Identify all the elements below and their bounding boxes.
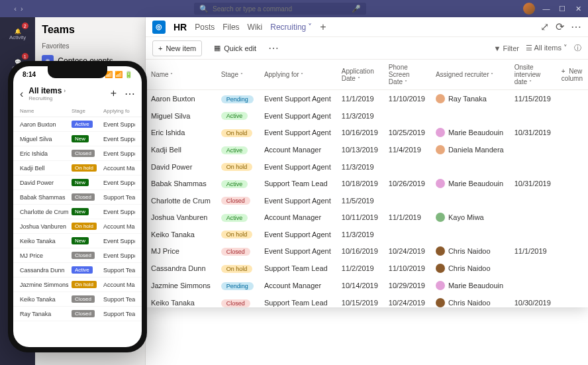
search-box[interactable]: 🔍 🎤 bbox=[194, 3, 366, 15]
table-row[interactable]: Keiko TanakaClosedSupport Team Lead10/15… bbox=[146, 294, 588, 307]
cell-applying: Account Manager bbox=[259, 141, 336, 158]
info-icon[interactable]: ⓘ bbox=[574, 43, 581, 53]
tab-files[interactable]: Files bbox=[222, 23, 239, 32]
table-row[interactable]: Eric IshidaOn holdEvent Support Agent10/… bbox=[146, 124, 588, 141]
phone-row[interactable]: David PowerNewEvent Support A bbox=[13, 176, 142, 190]
phone-row[interactable]: Miguel SilvaNewEvent Support A bbox=[13, 132, 142, 146]
cell-phone: 11/10/2019 bbox=[383, 260, 430, 277]
cell-applying: Event Support Agent bbox=[259, 226, 336, 242]
filter-button[interactable]: ▼ Filter bbox=[494, 44, 519, 52]
column-header[interactable]: Assigned recruiter ˅ bbox=[430, 60, 509, 90]
view-switcher[interactable]: ☰ All items ˅ bbox=[526, 44, 567, 52]
cell-appdate: 10/18/2019 bbox=[336, 175, 383, 192]
cell-name: Keiko Tanaka bbox=[146, 226, 216, 242]
phone-row[interactable]: Ray TanakaClosedSupport Team L bbox=[13, 307, 142, 321]
ph-name: Aaron Buxton bbox=[20, 121, 72, 128]
more-icon[interactable]: ⋯ bbox=[571, 21, 581, 33]
ph-name: Miguel Silva bbox=[20, 136, 72, 142]
cell-appdate: 11/2/2019 bbox=[336, 260, 383, 277]
cell-stage: On hold bbox=[216, 124, 259, 141]
nav-back-icon[interactable]: ‹ bbox=[14, 5, 17, 13]
phone-add-icon[interactable]: + bbox=[111, 87, 117, 100]
ph-applying: Event Support A bbox=[103, 180, 135, 186]
cell-applying: Event Support Agent bbox=[259, 124, 336, 141]
tab-posts[interactable]: Posts bbox=[195, 23, 215, 32]
rail-activity[interactable]: 🔔 Activity 2 bbox=[5, 21, 31, 48]
title-bar: ‹ › 🔍 🎤 — ☐ ✕ bbox=[0, 0, 588, 17]
phone-row[interactable]: Kadji BellOn holdAccount Manag bbox=[13, 161, 142, 176]
phone-mockup: 8:14 📶 📶 🔋 ‹ All items › Recruiting + ⋯ … bbox=[8, 61, 147, 352]
table-row[interactable]: Keiko TanakaOn holdEvent Support Agent11… bbox=[146, 226, 588, 242]
refresh-icon[interactable]: ⟳ bbox=[556, 21, 564, 33]
cell-onsite bbox=[509, 141, 556, 158]
table-row[interactable]: David PowerOn holdEvent Support Agent11/… bbox=[146, 158, 588, 175]
table-row[interactable]: Cassandra DunnOn holdSupport Team Lead11… bbox=[146, 260, 588, 277]
column-header[interactable]: Onsite interview date ˅ bbox=[509, 60, 556, 90]
new-item-button[interactable]: + New item bbox=[152, 40, 202, 56]
table-row[interactable]: Miguel SilvaActiveEvent Support Agent11/… bbox=[146, 107, 588, 124]
ph-stage: On hold bbox=[72, 281, 103, 288]
cell-recruiter: Daniela Mandera bbox=[430, 141, 509, 158]
maximize-icon[interactable]: ☐ bbox=[558, 4, 567, 13]
quick-edit-button[interactable]: ▦ Quick edit bbox=[209, 40, 262, 56]
table-row[interactable]: Joshua VanburenActiveAccount Manager10/1… bbox=[146, 209, 588, 226]
search-input[interactable] bbox=[213, 5, 348, 13]
column-header[interactable]: Stage ˅ bbox=[216, 60, 259, 90]
add-tab-icon[interactable]: + bbox=[320, 21, 326, 33]
column-header[interactable]: + New column bbox=[556, 60, 588, 90]
cell-recruiter: Kayo Miwa bbox=[430, 209, 509, 226]
cell-name: Eric Ishida bbox=[146, 124, 216, 141]
minimize-icon[interactable]: — bbox=[542, 4, 551, 13]
cell-stage: Closed bbox=[216, 294, 259, 307]
phone-row[interactable]: Joshua VanburenOn holdAccount Manag bbox=[13, 219, 142, 234]
mic-icon[interactable]: 🎤 bbox=[352, 5, 361, 13]
close-icon[interactable]: ✕ bbox=[573, 4, 583, 13]
ph-name: Jazmine Simmons bbox=[20, 282, 72, 288]
more-actions-icon[interactable]: ⋯ bbox=[268, 42, 279, 54]
cell-stage: Pending bbox=[216, 277, 259, 294]
phone-row[interactable]: Eric IshidaClosedEvent Support A bbox=[13, 146, 142, 161]
cell-stage: On hold bbox=[216, 226, 259, 242]
expand-icon[interactable]: ⤢ bbox=[540, 21, 549, 33]
ph-name: Eric Ishida bbox=[20, 150, 72, 157]
tab-wiki[interactable]: Wiki bbox=[248, 23, 263, 32]
phone-row[interactable]: Babak ShammasClosedSupport Team L bbox=[13, 190, 142, 205]
table-row[interactable]: Jazmine SimmonsPendingAccount Manager10/… bbox=[146, 277, 588, 294]
column-header[interactable]: Name ˅ bbox=[146, 60, 216, 90]
cell-applying: Support Team Lead bbox=[259, 175, 336, 192]
table-row[interactable]: MJ PriceClosedEvent Support Agent10/16/2… bbox=[146, 242, 588, 260]
column-header[interactable]: Application Date ˅ bbox=[336, 60, 383, 90]
ph-applying: Event Support A bbox=[103, 150, 135, 157]
filter-icon: ▼ bbox=[494, 44, 501, 52]
phone-row[interactable]: Jazmine SimmonsOn holdAccount Manag bbox=[13, 278, 142, 292]
table-row[interactable]: Babak ShammasActiveSupport Team Lead10/1… bbox=[146, 175, 588, 192]
phone-grid: Aaron BuxtonActiveEvent Support AMiguel … bbox=[13, 117, 142, 347]
main-content: ◎ HR Posts Files Wiki Recruiting ˅ + ⤢ ⟳… bbox=[146, 17, 588, 307]
phone-row[interactable]: Aaron BuxtonActiveEvent Support A bbox=[13, 117, 142, 132]
ph-stage: Closed bbox=[72, 150, 103, 157]
cell-recruiter: Marie Beaudouin bbox=[430, 175, 509, 192]
phone-row[interactable]: Keiko TanakaClosedSupport Team L bbox=[13, 292, 142, 307]
tab-recruiting[interactable]: Recruiting ˅ bbox=[270, 23, 312, 32]
phone-row[interactable]: Cassandra DunnActiveSupport Team L bbox=[13, 263, 142, 278]
phone-row[interactable]: MJ PriceClosedEvent Support A bbox=[13, 248, 142, 263]
table-row[interactable]: Charlotte de CrumClosedEvent Support Age… bbox=[146, 192, 588, 209]
nav-fwd-icon[interactable]: › bbox=[21, 5, 23, 13]
cell-onsite bbox=[509, 209, 556, 226]
phone-back-icon[interactable]: ‹ bbox=[20, 88, 23, 100]
phone-more-icon[interactable]: ⋯ bbox=[124, 87, 135, 100]
user-avatar[interactable] bbox=[523, 3, 535, 15]
cell-recruiter: Marie Beaudouin bbox=[430, 124, 509, 141]
ph-applying: Account Manag bbox=[103, 165, 135, 172]
ph-applying: Support Team L bbox=[103, 311, 135, 317]
table-row[interactable]: Kadji BellActiveAccount Manager10/13/201… bbox=[146, 141, 588, 158]
table-row[interactable]: Aaron BuxtonPendingEvent Support Agent11… bbox=[146, 90, 588, 108]
cell-appdate: 10/16/2019 bbox=[336, 124, 383, 141]
phone-row[interactable]: Keiko TanakaNewEvent Support A bbox=[13, 234, 142, 248]
rail-badge: 1 bbox=[22, 53, 28, 60]
grid-icon: ▦ bbox=[214, 44, 220, 52]
column-header[interactable]: Applying for ˅ bbox=[259, 60, 336, 90]
cell-appdate: 11/3/2019 bbox=[336, 107, 383, 124]
column-header[interactable]: Phone Screen Date ˅ bbox=[383, 60, 430, 90]
phone-row[interactable]: Charlotte de CrumNewEvent Support A bbox=[13, 205, 142, 219]
